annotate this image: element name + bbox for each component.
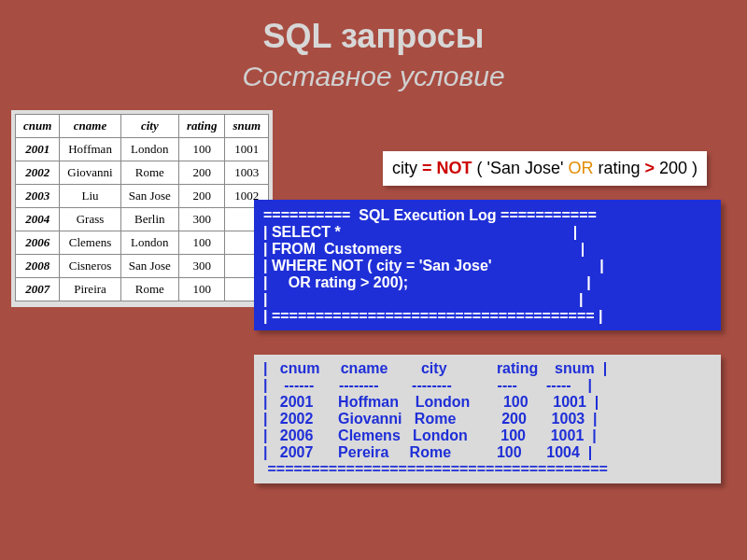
res-line-4: | 2002 Giovanni Rome 200 1003 |	[263, 411, 598, 427]
col-city: city	[120, 115, 178, 138]
cell: 2004	[16, 208, 60, 231]
cell: 2001	[16, 138, 60, 161]
cell: London	[120, 231, 178, 255]
log-line-7: | ===================================== …	[263, 308, 603, 324]
cell: Berlin	[120, 208, 178, 231]
sql-log-panel: ========== SQL Execution Log ===========…	[254, 200, 721, 330]
res-line-1: | cnum cname city rating snum |	[263, 360, 607, 376]
title-text: SQL запросы	[263, 17, 485, 55]
customers-table-wrap: cnumcnamecityratingsnum 2001HoffmanLondo…	[11, 110, 273, 307]
cell: 2003	[16, 185, 60, 208]
table-row: 2003LiuSan Jose2001002	[16, 185, 269, 208]
cell: 200	[178, 185, 225, 208]
cell: Cisneros	[60, 255, 120, 278]
result-panel: | cnum cname city rating snum | | ------…	[254, 355, 721, 483]
expr-gt: >	[644, 159, 655, 177]
res-line-2: | ------ -------- -------- ---- ----- |	[263, 377, 592, 393]
res-line-6: | 2007 Pereira Rome 100 1004 |	[263, 444, 592, 460]
cell: Grass	[60, 208, 120, 231]
res-line-3: | 2001 Hoffman London 100 1001 |	[263, 394, 599, 410]
log-line-4: | WHERE NOT ( city = 'San Jose' |	[263, 258, 604, 273]
res-line-5: | 2006 Clemens London 100 1001 |	[263, 427, 597, 443]
cell: 300	[178, 208, 225, 231]
col-cname: cname	[60, 115, 120, 138]
expr-not: NOT	[437, 159, 472, 177]
table-row: 2007PireiraRome100	[16, 278, 269, 301]
expr-city: city	[392, 159, 422, 177]
slide-title: SQL запросы Составное условие	[0, 0, 747, 94]
cell: Rome	[120, 278, 178, 301]
cell: 2006	[16, 231, 60, 255]
cell: Giovanni	[60, 161, 120, 185]
cell: Liu	[60, 185, 120, 208]
log-line-3: | FROM Customers |	[263, 241, 585, 257]
customers-table: cnumcnamecityratingsnum 2001HoffmanLondo…	[15, 114, 269, 301]
col-rating: rating	[178, 115, 225, 138]
log-line-6: | |	[263, 291, 583, 307]
cell: Rome	[120, 161, 178, 185]
cell: 2007	[16, 278, 60, 301]
col-snum: snum	[225, 115, 269, 138]
log-line-1: ========== SQL Execution Log ===========	[263, 207, 597, 223]
table-row: 2008CisnerosSan Jose300	[16, 255, 269, 278]
where-expression: city = NOT ( 'San Jose' OR rating > 200 …	[383, 151, 707, 186]
cell: 100	[178, 231, 225, 255]
log-line-2: | SELECT * |	[263, 224, 577, 240]
cell: San Jose	[120, 255, 178, 278]
cell: 300	[178, 255, 225, 278]
table-row: 2004GrassBerlin300	[16, 208, 269, 231]
col-cnum: cnum	[16, 115, 60, 138]
cell: Hoffman	[60, 138, 120, 161]
cell: Pireira	[60, 278, 120, 301]
cell: Clemens	[60, 231, 120, 255]
cell: 200	[178, 161, 225, 185]
table-row: 2002GiovanniRome2001003	[16, 161, 269, 185]
expr-eq: =	[422, 159, 437, 177]
subtitle-text: Составное условие	[242, 61, 504, 91]
cell: London	[120, 138, 178, 161]
table-row: 2001HoffmanLondon1001001	[16, 138, 269, 161]
cell: 1001	[225, 138, 269, 161]
res-line-7: =======================================	[263, 461, 608, 477]
expr-rating: rating	[593, 159, 644, 177]
expr-sanjose: ( 'San Jose'	[472, 159, 569, 177]
cell: 2002	[16, 161, 60, 185]
log-line-5: | OR rating > 200); |	[263, 274, 591, 290]
cell: 100	[178, 138, 225, 161]
table-row: 2006ClemensLondon100	[16, 231, 269, 255]
expr-or: OR	[568, 159, 593, 177]
cell: 100	[178, 278, 225, 301]
expr-200: 200 )	[655, 159, 698, 177]
cell: 2008	[16, 255, 60, 278]
cell: San Jose	[120, 185, 178, 208]
cell: 1003	[225, 161, 269, 185]
